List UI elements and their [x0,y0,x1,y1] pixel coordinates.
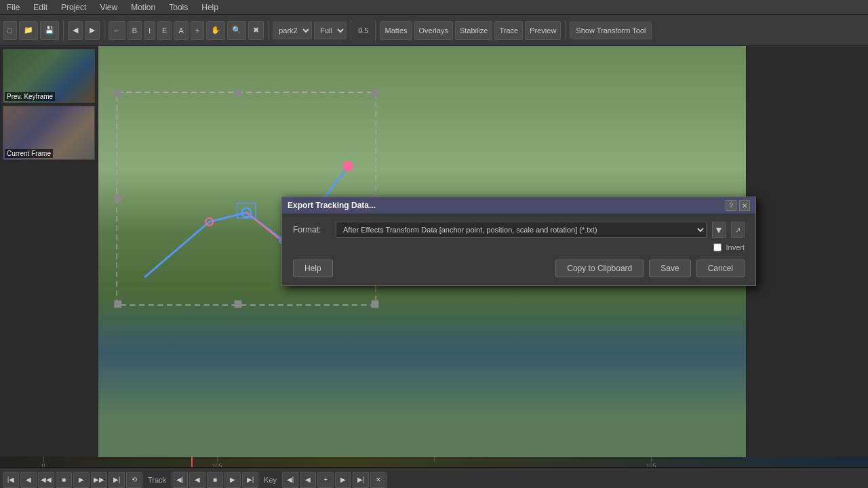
format-select[interactable]: After Effects Transform Data [anchor poi… [336,222,707,238]
track-back-btn[interactable]: ◀| [172,472,188,488]
tracking-overlay [98,46,746,342]
cross-tool[interactable]: ✖ [248,21,264,40]
sep2 [104,20,104,41]
dialog-title-icons: ? ✕ [726,200,750,211]
svg-rect-3 [371,89,378,97]
preview-btn[interactable]: Preview [525,21,561,40]
toolbar: □ 📁 💾 ◀ ▶ ← B I E A + ✋ 🔍 ✖ park2 Full 0… [0,15,868,46]
goto-start-btn[interactable]: |◀ [3,472,19,488]
key-prev-btn[interactable]: ◀| [282,472,298,488]
svg-rect-14 [237,203,256,218]
current-frame-thumb[interactable]: Current Frame [3,106,95,160]
cancel-btn[interactable]: Cancel [696,260,745,277]
left-panel: Prev. Keyframe Current Frame [0,46,98,457]
zoom-tool[interactable]: 🔍 [227,21,246,40]
fwd-btn[interactable]: ▶ [85,21,100,40]
overlays-btn[interactable]: Overlays [414,21,453,40]
e-tool[interactable]: E [157,21,172,40]
transport-bar: |◀ ◀ ◀◀ ■ ▶ ▶▶ ▶| ⟲ Track ◀| ◀ ■ ▶ ▶| Ke… [0,468,868,488]
dialog-close-btn[interactable]: ✕ [739,200,750,211]
menu-tools[interactable]: Tools [162,1,195,14]
step-fwd-btn[interactable]: ▶| [108,472,125,488]
fast-play-btn[interactable]: ▶▶ [91,472,107,488]
format-expand-btn[interactable]: ▼ [712,222,726,238]
menu-file[interactable]: File [0,1,26,14]
show-transform-btn[interactable]: Show Transform Tool [570,22,652,39]
key-back-btn[interactable]: ◀ [300,472,316,488]
key-add-btn[interactable]: + [317,472,334,488]
clip-select[interactable]: park2 [273,22,312,39]
dialog-footer: Help Copy to Clipboard Save Cancel [293,260,745,277]
menu-view[interactable]: View [93,1,124,14]
format-detach-btn[interactable]: ↗ [731,222,745,238]
copy-clipboard-btn[interactable]: Copy to Clipboard [555,260,644,277]
menu-help[interactable]: Help [195,1,225,14]
back-btn[interactable]: ◀ [68,21,83,40]
dialog-body: Format: After Effects Transform Data [an… [282,214,755,285]
track-back2-btn[interactable]: ◀ [189,472,205,488]
dialog-help-btn[interactable]: Help [293,260,333,277]
menu-edit[interactable]: Edit [26,1,54,14]
sep1 [63,20,64,41]
loop-btn[interactable]: ⟲ [126,472,142,488]
select-tool[interactable]: ← [108,21,125,40]
svg-point-13 [344,162,353,171]
current-frame-label: Current Frame [5,149,53,158]
dialog-title-bar: Export Tracking Data... ? ✕ [282,197,755,214]
svg-rect-7 [235,300,242,308]
save-icon: 💾 [45,26,54,35]
invert-checkbox[interactable] [713,243,722,251]
key-next-btn[interactable]: ▶| [353,472,369,488]
sep4 [351,20,351,41]
track-label: Track [144,476,170,484]
prev-keyframe-thumb[interactable]: Prev. Keyframe [3,49,95,103]
save-btn[interactable]: Save [649,260,690,277]
track-stop-btn[interactable]: ■ [207,472,223,488]
i-tool[interactable]: I [144,21,155,40]
track-fwd2-btn[interactable]: ▶| [242,472,258,488]
track-fwd-btn[interactable]: ▶ [224,472,241,488]
key-delete-btn[interactable]: ✕ [370,472,387,488]
svg-rect-6 [114,300,121,308]
new-btn[interactable]: □ [3,21,17,40]
add-tool[interactable]: + [191,21,204,40]
stabilize-btn[interactable]: Stabilize [455,21,493,40]
invert-label: Invert [726,243,745,251]
right-panel [746,46,868,457]
open-btn[interactable]: 📁 [19,21,38,40]
svg-rect-4 [114,195,121,203]
sep5 [375,20,376,41]
format-row: Format: After Effects Transform Data [an… [293,222,745,238]
invert-row: Invert [293,243,745,251]
opacity-label: 0.5 [355,26,371,35]
dialog-title: Export Tracking Data... [288,201,376,210]
dialog-help-btn[interactable]: ? [726,200,736,211]
b-tool[interactable]: B [127,21,142,40]
step-back-btn[interactable]: ◀ [20,472,37,488]
key-fwd-btn[interactable]: ▶ [335,472,351,488]
export-dialog[interactable]: Export Tracking Data... ? ✕ Format: Afte… [281,197,756,286]
scrubber[interactable]: 0 105 105 [0,457,868,468]
folder-icon: 📁 [24,26,33,35]
menu-project[interactable]: Project [54,1,93,14]
play-btn[interactable]: ▶ [73,472,90,488]
hand-tool[interactable]: ✋ [206,21,225,40]
trace-btn[interactable]: Trace [494,21,523,40]
a-tool[interactable]: A [174,21,188,40]
prev-keyframe-label: Prev. Keyframe [5,92,55,101]
sep3 [268,20,269,41]
format-label: Format: [293,225,330,235]
new-icon: □ [7,26,12,35]
resolution-select[interactable]: Full [314,22,347,39]
dialog-action-btns: Copy to Clipboard Save Cancel [555,260,745,277]
key-label: Key [260,476,281,484]
sep6 [565,20,566,41]
menu-bar: File Edit Project View Motion Tools Help [0,0,868,15]
menu-motion[interactable]: Motion [124,1,162,14]
svg-rect-2 [235,89,242,97]
stop-btn[interactable]: ■ [56,472,72,488]
svg-rect-1 [114,89,121,97]
save-btn[interactable]: 💾 [40,21,59,40]
mattes-btn[interactable]: Mattes [380,21,412,40]
slow-back-btn[interactable]: ◀◀ [38,472,54,488]
